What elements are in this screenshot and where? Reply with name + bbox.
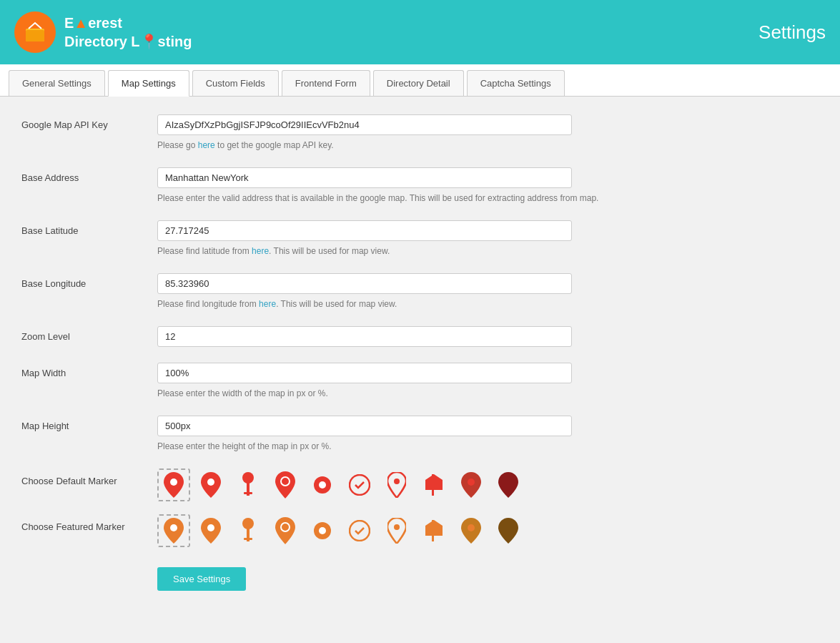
google-api-key-link[interactable]: here bbox=[198, 140, 215, 150]
base-address-row: Base Address Please enter the valid addr… bbox=[21, 167, 622, 205]
tab-directory-detail[interactable]: Directory Detail bbox=[373, 70, 464, 96]
featured-marker-10[interactable] bbox=[492, 514, 525, 547]
featured-marker-7[interactable] bbox=[380, 514, 413, 547]
map-height-input[interactable] bbox=[157, 416, 572, 436]
header: E▲erestDirectory L📍sting Settings bbox=[0, 0, 840, 64]
default-marker-2[interactable] bbox=[194, 468, 227, 501]
zoom-level-input[interactable] bbox=[157, 326, 572, 347]
default-marker-5[interactable] bbox=[306, 468, 339, 501]
default-marker-8[interactable] bbox=[417, 468, 450, 501]
logo-icon bbox=[14, 11, 56, 53]
svg-rect-1 bbox=[26, 30, 44, 41]
google-api-key-field: Please go here to get the google map API… bbox=[157, 114, 622, 152]
svg-point-22 bbox=[350, 521, 370, 541]
svg-point-4 bbox=[242, 472, 254, 484]
google-api-key-hint: Please go here to get the google map API… bbox=[157, 139, 622, 152]
featured-marker-label: Choose Featured Marker bbox=[21, 514, 157, 532]
tab-custom-fields[interactable]: Custom Fields bbox=[192, 70, 279, 96]
map-height-row: Map Height Please enter the height of th… bbox=[21, 416, 622, 453]
base-address-input[interactable] bbox=[157, 167, 572, 188]
base-address-hint: Please enter the valid address that is a… bbox=[157, 192, 622, 205]
svg-point-15 bbox=[207, 524, 214, 531]
map-width-input[interactable] bbox=[157, 363, 572, 383]
header-settings-label: Settings bbox=[759, 21, 826, 44]
featured-marker-8[interactable] bbox=[417, 514, 450, 547]
zoom-level-label: Zoom Level bbox=[21, 326, 157, 342]
svg-point-14 bbox=[170, 524, 177, 531]
svg-point-2 bbox=[170, 478, 177, 486]
map-width-label: Map Width bbox=[21, 363, 157, 378]
svg-point-23 bbox=[394, 524, 400, 530]
zoom-level-field bbox=[157, 326, 622, 347]
featured-marker-6[interactable] bbox=[343, 514, 376, 547]
base-longitude-input[interactable] bbox=[157, 273, 572, 294]
map-width-field: Please enter the width of the map in px … bbox=[157, 363, 622, 400]
svg-point-3 bbox=[207, 478, 214, 486]
svg-rect-24 bbox=[432, 520, 434, 541]
default-marker-row: Choose Default Marker bbox=[21, 468, 622, 501]
base-longitude-field: Please find longitude from here. This wi… bbox=[157, 273, 622, 310]
svg-point-11 bbox=[394, 478, 400, 484]
tab-captcha-settings[interactable]: Captcha Settings bbox=[467, 70, 565, 96]
svg-point-21 bbox=[319, 527, 326, 534]
svg-point-16 bbox=[242, 518, 254, 529]
base-latitude-input[interactable] bbox=[157, 220, 572, 241]
default-marker-icons bbox=[157, 468, 525, 501]
zoom-level-row: Zoom Level bbox=[21, 326, 622, 347]
base-latitude-hint: Please find latitude from here. This wil… bbox=[157, 245, 622, 257]
default-marker-3[interactable] bbox=[232, 468, 265, 501]
save-button-row: Save Settings bbox=[21, 560, 622, 591]
base-latitude-field: Please find latitude from here. This wil… bbox=[157, 220, 622, 257]
map-width-hint: Please enter the width of the map in px … bbox=[157, 387, 622, 400]
map-width-row: Map Width Please enter the width of the … bbox=[21, 363, 622, 400]
featured-marker-4[interactable] bbox=[269, 514, 302, 547]
map-height-field: Please enter the height of the map in px… bbox=[157, 416, 622, 453]
google-api-key-label: Google Map API Key bbox=[21, 114, 157, 130]
tab-frontend-form[interactable]: Frontend Form bbox=[282, 70, 370, 96]
base-longitude-hint: Please find longitude from here. This wi… bbox=[157, 298, 622, 310]
base-latitude-label: Base Latitude bbox=[21, 220, 157, 236]
featured-marker-3[interactable] bbox=[232, 514, 265, 547]
tab-map-settings[interactable]: Map Settings bbox=[108, 70, 189, 97]
base-address-label: Base Address bbox=[21, 167, 157, 183]
default-marker-7[interactable] bbox=[380, 468, 413, 501]
featured-marker-2[interactable] bbox=[194, 514, 227, 547]
main-content: Google Map API Key Please go here to get… bbox=[0, 97, 643, 609]
featured-marker-row: Choose Featured Marker bbox=[21, 514, 622, 547]
default-marker-10[interactable] bbox=[492, 468, 525, 501]
featured-marker-9[interactable] bbox=[455, 514, 488, 547]
map-height-hint: Please enter the height of the map in px… bbox=[157, 440, 622, 453]
logo-area: E▲erestDirectory L📍sting bbox=[14, 11, 192, 53]
google-api-key-input[interactable] bbox=[157, 114, 572, 135]
svg-rect-18 bbox=[244, 538, 252, 540]
default-marker-6[interactable] bbox=[343, 468, 376, 501]
default-marker-label: Choose Default Marker bbox=[21, 468, 157, 486]
google-api-key-row: Google Map API Key Please go here to get… bbox=[21, 114, 622, 152]
featured-marker-icons bbox=[157, 514, 525, 547]
save-settings-button[interactable]: Save Settings bbox=[157, 567, 246, 591]
svg-point-25 bbox=[468, 524, 475, 531]
default-marker-9[interactable] bbox=[455, 468, 488, 501]
default-marker-1[interactable] bbox=[157, 468, 190, 501]
map-height-label: Map Height bbox=[21, 416, 157, 431]
tabs-bar: General Settings Map Settings Custom Fie… bbox=[0, 64, 840, 97]
svg-rect-6 bbox=[244, 492, 252, 494]
logo-text: E▲erestDirectory L📍sting bbox=[64, 14, 192, 51]
base-latitude-link[interactable]: here bbox=[252, 246, 269, 256]
svg-point-9 bbox=[319, 481, 326, 489]
svg-point-13 bbox=[468, 478, 475, 486]
base-longitude-link[interactable]: here bbox=[259, 299, 276, 309]
featured-marker-1[interactable] bbox=[157, 514, 190, 547]
base-longitude-label: Base Longitude bbox=[21, 273, 157, 289]
base-latitude-row: Base Latitude Please find latitude from … bbox=[21, 220, 622, 257]
base-longitude-row: Base Longitude Please find longitude fro… bbox=[21, 273, 622, 310]
default-marker-4[interactable] bbox=[269, 468, 302, 501]
tab-general-settings[interactable]: General Settings bbox=[9, 70, 105, 96]
featured-marker-5[interactable] bbox=[306, 514, 339, 547]
svg-point-10 bbox=[350, 475, 370, 495]
svg-rect-12 bbox=[432, 474, 434, 496]
base-address-field: Please enter the valid address that is a… bbox=[157, 167, 622, 205]
